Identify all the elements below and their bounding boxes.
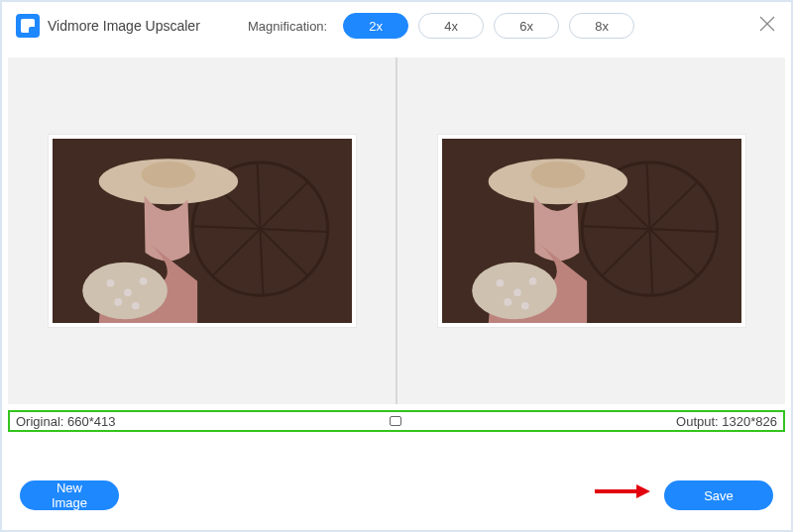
close-button[interactable]: [755, 12, 779, 36]
new-image-button[interactable]: New Image: [20, 480, 119, 510]
header: Vidmore Image Upscaler Magnification: 2x…: [2, 2, 791, 50]
magnification-label: Magnification:: [248, 19, 327, 34]
magnification-group: Magnification: 2x 4x 6x 8x: [248, 2, 634, 50]
svg-rect-31: [442, 139, 741, 323]
magnification-8x-button[interactable]: 8x: [569, 13, 634, 39]
original-image: [53, 139, 352, 323]
output-pane: [396, 57, 785, 404]
original-value: 660*413: [67, 414, 115, 429]
original-image-frame: [49, 135, 356, 327]
output-image: [442, 139, 741, 323]
magnification-6x-button[interactable]: 6x: [494, 13, 559, 39]
divider-handle-wrap: [116, 416, 677, 426]
dimensions-bar: Original: 660*413 Output: 1320*826: [8, 410, 785, 432]
magnification-2x-button[interactable]: 2x: [343, 13, 408, 39]
output-label: Output:: [676, 414, 719, 429]
compare-area: [8, 57, 785, 404]
original-label: Original:: [16, 414, 63, 429]
close-icon: [758, 15, 776, 33]
vidmore-logo-icon: [16, 14, 40, 38]
save-button[interactable]: Save: [664, 480, 773, 510]
divider-handle-icon[interactable]: [390, 416, 401, 426]
original-dimensions: Original: 660*413: [16, 414, 116, 429]
original-pane: [8, 57, 396, 404]
app-title: Vidmore Image Upscaler: [48, 18, 200, 34]
output-value: 1320*826: [722, 414, 777, 429]
output-dimensions: Output: 1320*826: [676, 414, 777, 429]
footer: New Image Save: [2, 461, 791, 530]
magnification-4x-button[interactable]: 4x: [418, 13, 484, 39]
output-image-frame: [438, 135, 745, 327]
svg-rect-16: [53, 139, 352, 323]
